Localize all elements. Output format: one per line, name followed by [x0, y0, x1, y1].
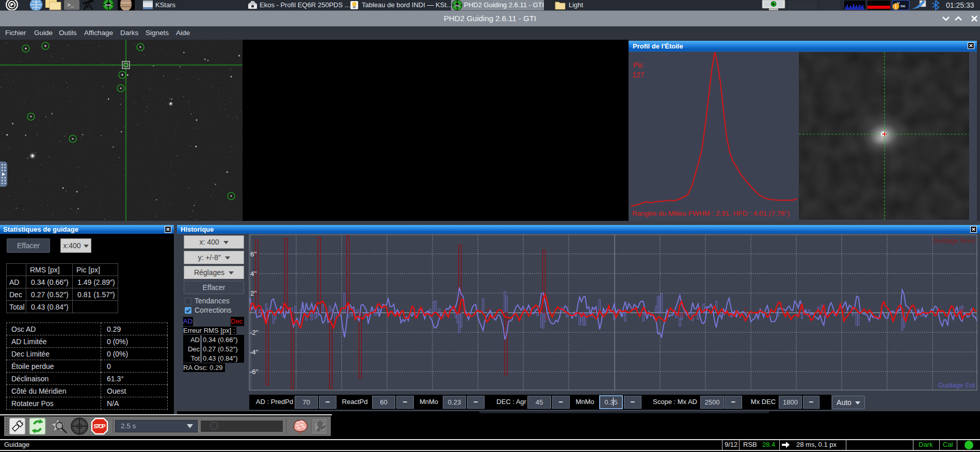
svg-text:Pic: Pic — [633, 61, 643, 69]
svg-text:PHD: PHD — [105, 4, 111, 7]
svg-text:STOP: STOP — [94, 423, 106, 429]
svg-text:Rangée du Milieu FWHM : 2.91,: Rangée du Milieu FWHM : 2.91, HFD : 4.01… — [632, 209, 790, 217]
svg-text:nc: nc — [901, 4, 906, 8]
svg-text:127: 127 — [632, 71, 645, 79]
svg-text:>_: >_ — [67, 2, 74, 8]
svg-text:PHD: PHD — [455, 4, 460, 7]
svg-text:!: ! — [895, 4, 896, 10]
